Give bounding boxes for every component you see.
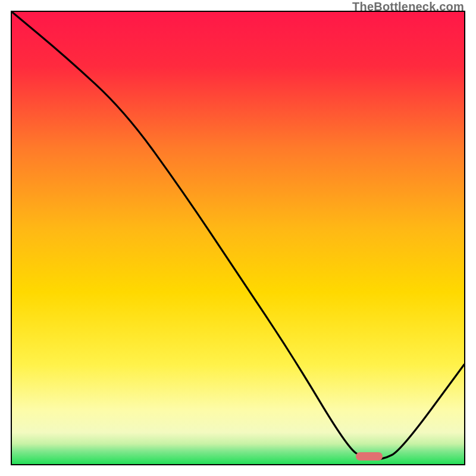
optimal-range-marker — [356, 452, 383, 461]
bottleneck-curve — [12, 12, 464, 464]
chart-plot-area — [11, 11, 465, 465]
